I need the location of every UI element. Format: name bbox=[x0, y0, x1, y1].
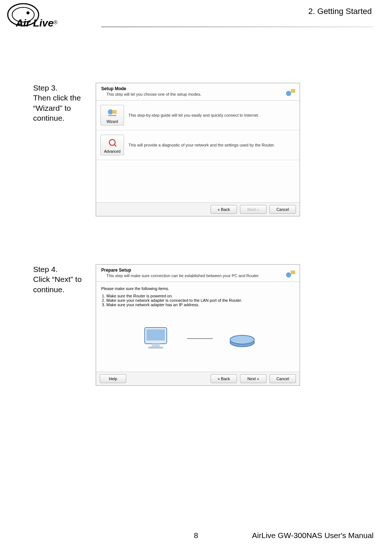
svg-rect-13 bbox=[152, 344, 160, 347]
svg-rect-6 bbox=[112, 110, 117, 114]
logo-trademark: ® bbox=[54, 20, 57, 25]
ss1-title: Setup Mode bbox=[101, 86, 296, 91]
help-button[interactable]: Help bbox=[100, 374, 126, 383]
ss2-lead: Please make sure the following items. bbox=[101, 286, 294, 291]
ss2-item2: Make sure your network adapter is connec… bbox=[106, 298, 294, 303]
wizard-desc: This step-by-step guide will let you eas… bbox=[128, 113, 295, 117]
svg-rect-12 bbox=[146, 329, 165, 340]
page-footer: 8 AirLive GW-300NAS User's Manual bbox=[0, 531, 392, 540]
advanced-icon bbox=[107, 138, 118, 148]
step4-text: Step 4. Click “Next” to continue. bbox=[0, 264, 96, 294]
svg-point-3 bbox=[286, 91, 291, 96]
svg-rect-4 bbox=[291, 89, 295, 93]
step3-desc: Then click the “Wizard” to continue. bbox=[33, 93, 96, 123]
logo-text: Air Live bbox=[16, 17, 54, 29]
brand-logo: Air Live® bbox=[7, 2, 99, 39]
manual-reference: AirLive GW-300NAS User's Manual bbox=[252, 531, 374, 540]
svg-rect-10 bbox=[291, 271, 295, 274]
step3-label: Step 3. bbox=[33, 83, 96, 93]
back-button[interactable]: « Back bbox=[211, 374, 237, 383]
option-advanced-row: Advanced This will provide a diagnostic … bbox=[96, 130, 300, 160]
header-divider bbox=[101, 26, 373, 27]
ss2-footer: Help « Back Next » Cancel bbox=[96, 372, 300, 385]
cancel-button[interactable]: Cancel bbox=[269, 205, 296, 214]
ss2-item3: Make sure your network adapter has an IP… bbox=[106, 303, 294, 307]
router-icon bbox=[227, 329, 257, 348]
svg-point-2 bbox=[27, 11, 29, 14]
svg-point-9 bbox=[286, 272, 291, 277]
network-globe-icon bbox=[285, 86, 296, 97]
next-button: Next » bbox=[240, 205, 266, 214]
ss2-diagram bbox=[101, 313, 294, 364]
next-button[interactable]: Next » bbox=[240, 374, 266, 383]
svg-point-17 bbox=[230, 335, 254, 344]
connection-line-icon bbox=[187, 335, 213, 342]
option-wizard-row: Wizard This step-by-step guide will let … bbox=[96, 100, 300, 130]
ss2-title: Prepare Setup bbox=[101, 268, 296, 273]
wizard-button[interactable]: Wizard bbox=[100, 105, 124, 125]
back-button[interactable]: « Back bbox=[211, 205, 237, 214]
chapter-title: 2. Getting Started bbox=[308, 7, 372, 16]
ss2-subtitle: This step will make sure connection can … bbox=[106, 273, 296, 278]
ss1-footer: « Back Next » Cancel bbox=[96, 202, 300, 216]
advanced-label: Advanced bbox=[104, 149, 120, 153]
wizard-icon bbox=[107, 108, 118, 119]
network-globe-icon bbox=[285, 268, 296, 279]
cancel-button[interactable]: Cancel bbox=[269, 374, 296, 383]
step3-block: Step 3. Then click the “Wizard” to conti… bbox=[0, 83, 392, 216]
advanced-button[interactable]: Advanced bbox=[100, 135, 124, 155]
step4-block: Step 4. Click “Next” to continue. Prepar… bbox=[0, 264, 392, 386]
step4-label: Step 4. bbox=[33, 264, 96, 274]
step3-text: Step 3. Then click the “Wizard” to conti… bbox=[0, 83, 96, 123]
page-number: 8 bbox=[178, 531, 215, 540]
ss2-checklist: Make sure the Router is powered on. Make… bbox=[106, 294, 294, 307]
page-header: 2. Getting Started Air Live® bbox=[0, 0, 392, 48]
screenshot-setup-mode: Setup Mode This step will let you choose… bbox=[96, 83, 300, 216]
screenshot-prepare-setup: Prepare Setup This step will make sure c… bbox=[96, 264, 300, 386]
svg-line-8 bbox=[114, 144, 116, 146]
step4-desc: Click “Next” to continue. bbox=[33, 274, 96, 294]
ss2-item1: Make sure the Router is powered on. bbox=[106, 294, 294, 298]
wizard-label: Wizard bbox=[106, 120, 118, 124]
pc-icon bbox=[139, 324, 172, 353]
advanced-desc: This will provide a diagnostic of your n… bbox=[128, 143, 295, 147]
ss1-subtitle: This step will let you choose one of the… bbox=[106, 92, 296, 96]
svg-point-5 bbox=[108, 109, 113, 114]
svg-rect-14 bbox=[148, 347, 163, 349]
